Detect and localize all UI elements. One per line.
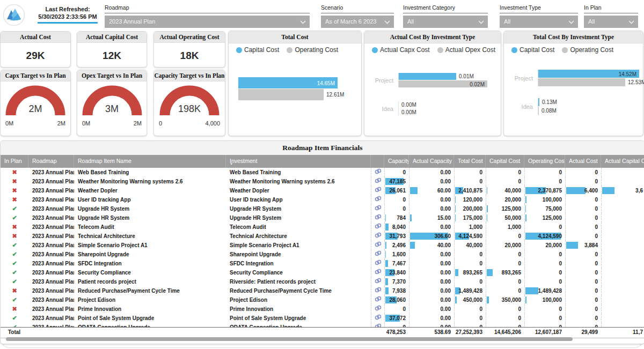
cell-value: 478,253 xyxy=(386,329,406,335)
legend-label[interactable]: Capital Cost xyxy=(244,46,279,54)
table-row[interactable]: ✔2023 Annual PlanSecurity ComplianceSecu… xyxy=(1,268,644,277)
column-header-investment[interactable]: Investment▼ xyxy=(226,155,371,168)
check-icon: ✔ xyxy=(12,260,17,266)
cell-value: 0.00 xyxy=(441,261,451,266)
bar-actual-capx-cost[interactable] xyxy=(399,73,456,80)
total_cost-cell: 0 xyxy=(454,177,486,186)
link-cell[interactable] xyxy=(371,204,384,213)
cell-data-bar xyxy=(487,296,489,303)
actual_cost-cell: 0 xyxy=(565,277,601,286)
link-cell[interactable] xyxy=(371,186,384,195)
cell-value: 0 xyxy=(559,179,562,184)
kpi-value: 18K xyxy=(154,50,225,62)
column-header-total_cost[interactable]: Total Cost xyxy=(454,155,486,168)
link-icon xyxy=(375,187,382,192)
column-header-in_plan[interactable]: In Plan xyxy=(1,155,28,168)
table-row[interactable]: ✔2023 Annual PlanUpgrade HR SystemUpgrad… xyxy=(1,213,644,222)
link-cell[interactable] xyxy=(371,259,384,268)
link-cell[interactable] xyxy=(371,241,384,250)
column-header-capacity[interactable]: Capacity xyxy=(384,155,409,168)
column-header-actual_capital_cost[interactable]: Actual Capital Co xyxy=(601,155,644,168)
legend-label[interactable]: Actual Capx Cost xyxy=(380,46,430,54)
column-header-roadmap[interactable]: Roadmap xyxy=(28,155,74,168)
bar-operating-cost[interactable] xyxy=(238,89,324,100)
link-cell[interactable] xyxy=(371,314,384,323)
in-plan-dropdown[interactable]: All xyxy=(584,16,638,28)
link-cell[interactable] xyxy=(371,277,384,286)
cell-value: 0 xyxy=(479,279,482,285)
actual_capital_cost-cell xyxy=(601,295,644,305)
table-row[interactable]: ✔2023 Annual PlanSimple Scenario Project… xyxy=(1,241,644,250)
cell-value: 4,124,590 xyxy=(459,233,483,239)
table-row[interactable]: ✖2023 Annual PlanWeather DoplerWeather D… xyxy=(1,186,644,195)
link-cell[interactable] xyxy=(371,323,384,327)
legend-label[interactable]: Operating Cost xyxy=(570,46,613,54)
legend-label[interactable]: Operating Cost xyxy=(295,46,338,54)
link-cell[interactable] xyxy=(371,195,384,204)
legend-label[interactable]: Capital Cost xyxy=(519,46,554,54)
dropdown-value: All xyxy=(407,18,414,25)
roadmap-dropdown[interactable]: 2023 Annual Plan xyxy=(105,16,310,28)
column-header-name[interactable]: Roadmap Item Name xyxy=(74,155,226,168)
table-row[interactable]: ✖2023 Annual PlanUser ID tracking AppUse… xyxy=(1,195,644,204)
cell-value: 37,072 xyxy=(389,315,406,321)
table-row[interactable]: ✔2023 Annual PlanUpgrade HR SystemUpgrad… xyxy=(1,204,644,213)
bar-row: 14.65M xyxy=(238,77,358,88)
horizontal-scrollbar[interactable] xyxy=(6,337,573,341)
capacity-cell: 784 xyxy=(384,213,409,222)
capital_cost-cell: 0 xyxy=(486,323,524,327)
legend-label[interactable]: Actual Opex Cost xyxy=(445,46,495,54)
link-cell[interactable] xyxy=(371,213,384,222)
link-cell[interactable] xyxy=(371,222,384,232)
bar-operating-cost[interactable] xyxy=(538,78,625,86)
cell-value: 1,000 xyxy=(469,224,482,230)
link-icon xyxy=(375,269,382,274)
table-row[interactable]: ✔2023 Annual PlanPoint of Sale System Up… xyxy=(1,314,644,323)
last-refreshed-datetime: 5/30/2023 2:33:56 PM xyxy=(30,13,105,20)
bar-operating-cost[interactable] xyxy=(538,107,539,115)
table-row[interactable]: ✔2023 Annual PlanPatient records project… xyxy=(1,277,644,286)
table-row[interactable]: ✖2023 Annual PlanTechnical ArchitectureT… xyxy=(1,232,644,241)
table-row[interactable]: ✖2023 Annual PlanWeb Based TrainingWeb B… xyxy=(1,168,644,177)
investment-cell: Simple Scenario Project A1 xyxy=(226,241,371,250)
column-header-link[interactable] xyxy=(371,155,384,168)
table-row[interactable]: ✖2023 Annual PlanPrime InnovationPrime I… xyxy=(1,305,644,314)
link-cell[interactable] xyxy=(371,295,384,305)
cell-value: 0 xyxy=(595,206,598,212)
bar-capital-cost[interactable] xyxy=(538,98,539,106)
table-row[interactable]: ✔2023 Annual PlanODATA Connection Upgrad… xyxy=(1,323,644,327)
link-cell[interactable] xyxy=(371,268,384,277)
column-header-actual_capacity[interactable]: Actual Capacity xyxy=(409,155,454,168)
link-cell[interactable] xyxy=(371,168,384,177)
table-row[interactable]: ✖2023 Annual PlanTelecom AuditTelecom Au… xyxy=(1,222,644,232)
link-cell[interactable] xyxy=(371,305,384,314)
investment-category-dropdown[interactable]: All xyxy=(403,16,488,28)
cell-data-bar xyxy=(455,205,456,212)
scenario-dropdown[interactable]: As of March 6 2023 xyxy=(321,16,394,28)
filter-investment-category: Investment Category All xyxy=(403,2,488,28)
chevron-down-icon xyxy=(628,20,634,24)
link-cell[interactable] xyxy=(371,286,384,295)
table-row[interactable]: ✔2023 Annual PlanSFDC IntegrationSFDC In… xyxy=(1,259,644,268)
column-header-capital_cost[interactable]: Capital Cost xyxy=(486,155,524,168)
table-row[interactable]: ✖2023 Annual PlanReduced Purchase/Paymen… xyxy=(1,286,644,295)
cell-value: 0.00 xyxy=(441,179,451,184)
cell-data-bar xyxy=(525,214,526,221)
table-row[interactable]: ✔2023 Annual PlanProject EdisonProject E… xyxy=(1,295,644,305)
column-header-operating_cost[interactable]: Operating Cost xyxy=(524,155,565,168)
name-cell: Upgrade HR System xyxy=(74,213,226,222)
link-cell[interactable] xyxy=(371,232,384,241)
link-cell[interactable] xyxy=(371,250,384,259)
investment-type-dropdown[interactable]: All xyxy=(500,16,578,28)
link-icon xyxy=(375,168,382,174)
chart-group: Project0.01M0.02M xyxy=(370,73,497,87)
link-cell[interactable] xyxy=(371,177,384,186)
cell-data-bar xyxy=(385,287,389,294)
column-header-actual_cost[interactable]: Actual Cost xyxy=(565,155,601,168)
cell-data-bar xyxy=(455,269,458,276)
table-row[interactable]: ✔2023 Annual PlanSharepoint UpgradeShare… xyxy=(1,250,644,259)
bar-actual-opex-cost[interactable]: 0.02M xyxy=(399,80,487,87)
bar-capital-cost[interactable]: 14.65M xyxy=(238,77,338,88)
bar-capital-cost[interactable]: 14.52M xyxy=(538,70,639,78)
table-row[interactable]: ✖2023 Annual PlanWeather Monitoring Warn… xyxy=(1,177,644,186)
